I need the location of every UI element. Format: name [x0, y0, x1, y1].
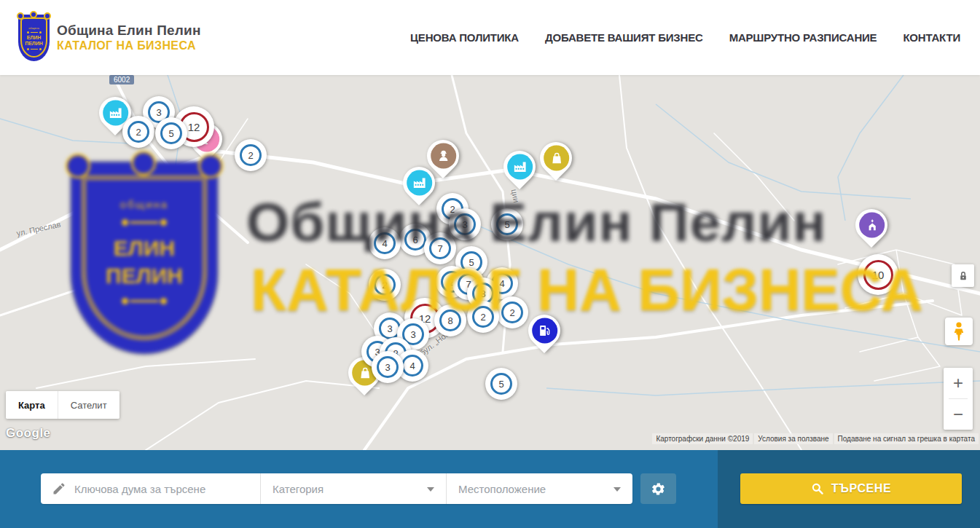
factory-icon: [507, 154, 533, 180]
search-fields-group: [41, 473, 632, 504]
zoom-control: + −: [944, 368, 973, 430]
factory-icon: [103, 101, 128, 126]
map-cluster-marker[interactable]: 3: [449, 208, 481, 240]
map-pin-factory[interactable]: [403, 167, 435, 199]
main-nav: ЦЕНОВА ПОЛИТИКА ДОБАВЕТЕ ВАШИЯТ БИЗНЕС М…: [410, 31, 962, 44]
zoom-in-button[interactable]: +: [944, 368, 973, 398]
google-logo[interactable]: Google: [6, 426, 51, 441]
lock-button[interactable]: [952, 264, 974, 287]
church-icon: [859, 213, 885, 238]
map-cluster-marker[interactable]: 2: [467, 301, 499, 333]
nav-pricing-policy[interactable]: ЦЕНОВА ПОЛИТИКА: [410, 31, 519, 44]
zoom-out-button[interactable]: −: [944, 399, 973, 430]
map-type-map-button[interactable]: Карта: [6, 391, 58, 419]
map-cluster-marker[interactable]: 5: [155, 117, 187, 149]
cluster-count: 5: [504, 219, 509, 230]
map-cluster-marker[interactable]: 2: [496, 296, 528, 328]
factory-icon: [407, 170, 432, 196]
map-cluster-marker[interactable]: 2: [122, 116, 154, 148]
map-cluster-marker[interactable]: 10: [858, 254, 898, 295]
attribution-copyright: Картографски данни ©2019: [652, 433, 753, 444]
cluster-count: 3: [410, 329, 415, 340]
cluster-count: 2: [248, 150, 253, 161]
cluster-count: 2: [382, 280, 387, 291]
worker-icon: [431, 143, 456, 169]
site-subtitle: КАТАЛОГ НА БИЗНЕСА: [57, 39, 201, 52]
cluster-count: 5: [498, 379, 503, 390]
brand[interactable]: община ЕЛИН ПЕЛИН Община Елин Пелин КАТА…: [18, 15, 201, 61]
map-attribution: Картографски данни ©2019 Условия за полз…: [652, 433, 979, 444]
cluster-count: 3: [156, 107, 161, 118]
cluster-count: 5: [469, 257, 474, 268]
search-bar: ТЪРСЕНЕ: [0, 450, 980, 528]
map-type-satellite-button[interactable]: Сателит: [58, 391, 119, 419]
search-icon: [811, 482, 824, 495]
cluster-count: 2: [480, 312, 485, 323]
map-cluster-marker[interactable]: 7: [424, 232, 456, 264]
location-select[interactable]: [447, 473, 632, 504]
report-map-error-link[interactable]: Подаване на сигнал за грешка в картата: [834, 433, 979, 444]
pencil-icon: [52, 481, 66, 496]
map-cluster-marker[interactable]: 2: [235, 139, 267, 171]
nav-contacts[interactable]: КОНТАКТИ: [903, 31, 960, 44]
pegman-icon: [950, 321, 968, 342]
map-cluster-marker[interactable]: 5: [491, 208, 523, 240]
logo-ornament: [17, 12, 24, 20]
map-cluster-marker[interactable]: 2: [369, 269, 401, 301]
cluster-count: 12: [188, 121, 200, 133]
map-type-control: Карта Сателит: [6, 391, 119, 419]
cluster-count: 4: [499, 278, 504, 289]
cluster-count: 6: [412, 235, 418, 245]
header: община ЕЛИН ПЕЛИН Община Елин Пелин КАТА…: [0, 0, 980, 75]
cluster-count: 3: [387, 323, 392, 334]
cluster-count: 3: [462, 219, 467, 230]
category-select[interactable]: [261, 473, 446, 504]
map-cluster-marker[interactable]: 8: [434, 304, 466, 336]
logo-main-text: ЕЛИН ПЕЛИН: [22, 35, 47, 47]
cluster-count: 2: [509, 307, 514, 318]
lock-icon: [957, 269, 970, 283]
cluster-count: 2: [136, 127, 141, 138]
map-pin-factory[interactable]: [503, 151, 536, 183]
advanced-settings-button[interactable]: [640, 473, 676, 504]
map-cluster-marker[interactable]: 5: [485, 368, 517, 400]
map-pin-church[interactable]: [855, 209, 887, 241]
pegman-button[interactable]: [945, 318, 973, 345]
map-pin-bag[interactable]: [540, 142, 572, 174]
map-canvas[interactable]: 6002 ул. Преславбул. „Новоселции 3122522…: [0, 75, 980, 450]
cluster-count: 4: [409, 360, 415, 371]
cluster-count: 10: [872, 269, 885, 281]
cluster-count: 8: [447, 315, 452, 326]
cluster-count: 3: [385, 362, 390, 373]
cluster-count: 7: [437, 243, 442, 254]
cluster-count: 5: [168, 128, 173, 139]
fuel-icon: [532, 318, 557, 344]
route-number-shield: 6002: [109, 75, 134, 84]
cluster-count: 4: [382, 238, 387, 249]
terms-of-use-link[interactable]: Условия за ползване: [754, 433, 832, 444]
logo-top-text: община: [28, 26, 39, 30]
search-button-label: ТЪРСЕНЕ: [831, 482, 892, 495]
logo-ornament: [30, 11, 37, 18]
map-cluster-marker[interactable]: 3: [372, 351, 404, 383]
bag-icon: [544, 146, 569, 171]
gear-icon: [651, 481, 666, 497]
nav-route-schedule[interactable]: МАРШРУТНО РАЗПИСАНИЕ: [729, 31, 877, 44]
cluster-count: 8: [480, 288, 485, 299]
municipality-logo: община ЕЛИН ПЕЛИН: [18, 15, 50, 61]
map-pin-fuel[interactable]: [528, 315, 560, 347]
keyword-search-input[interactable]: [41, 473, 260, 504]
site-title: Община Елин Пелин: [57, 23, 201, 39]
search-button[interactable]: ТЪРСЕНЕ: [740, 473, 962, 504]
map-cluster-marker[interactable]: 4: [369, 227, 401, 259]
logo-ornament: [44, 12, 51, 20]
nav-add-your-business[interactable]: ДОБАВЕТЕ ВАШИЯТ БИЗНЕС: [545, 31, 703, 44]
